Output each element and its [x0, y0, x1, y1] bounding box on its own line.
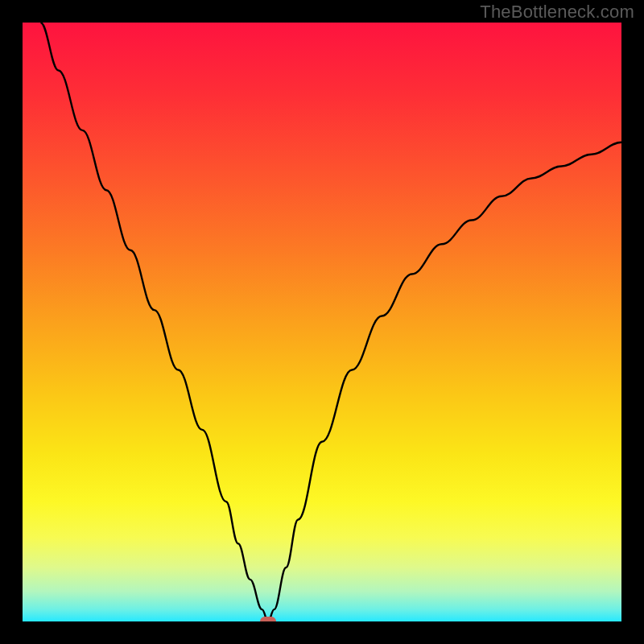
plot-area [23, 23, 621, 621]
optimal-point-marker [260, 617, 276, 621]
gradient-background [23, 23, 621, 621]
watermark-text: TheBottleneck.com [480, 2, 634, 23]
chart-svg [23, 23, 621, 621]
chart-container: TheBottleneck.com [0, 0, 644, 644]
plot-frame [19, 19, 625, 625]
